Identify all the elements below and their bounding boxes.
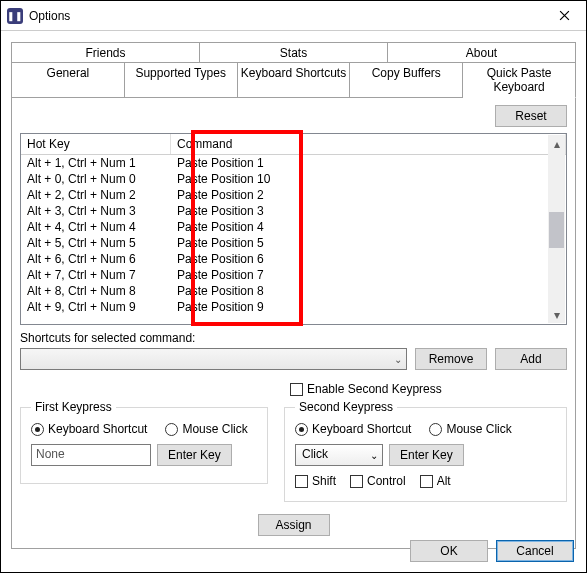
first-key-input[interactable]: None (31, 444, 151, 466)
cell-hotkey: Alt + 1, Ctrl + Num 1 (21, 155, 171, 171)
cancel-button[interactable]: Cancel (496, 540, 574, 562)
tabs-row-top: Friends Stats About (11, 42, 576, 63)
table-row[interactable]: Alt + 7, Ctrl + Num 7Paste Position 7 (21, 267, 566, 283)
second-radio-mouse[interactable]: Mouse Click (429, 422, 511, 436)
tab-copy-buffers[interactable]: Copy Buffers (350, 62, 463, 98)
assign-button[interactable]: Assign (258, 514, 330, 536)
close-button[interactable] (542, 1, 586, 30)
table-row[interactable]: Alt + 4, Ctrl + Num 4Paste Position 4 (21, 219, 566, 235)
first-enter-key-button[interactable]: Enter Key (157, 444, 232, 466)
tab-stats[interactable]: Stats (200, 42, 388, 63)
col-command[interactable]: Command (171, 134, 566, 154)
tab-supported-types[interactable]: Supported Types (125, 62, 238, 98)
remove-button[interactable]: Remove (415, 348, 487, 370)
scroll-down-icon[interactable]: ▾ (548, 306, 565, 323)
second-keypress-legend: Second Keypress (295, 400, 397, 414)
cell-hotkey: Alt + 2, Ctrl + Num 2 (21, 187, 171, 203)
tab-panel: Reset Hot Key Command Alt + 1, Ctrl + Nu… (11, 97, 576, 549)
scroll-thumb[interactable] (549, 212, 564, 248)
cell-hotkey: Alt + 3, Ctrl + Num 3 (21, 203, 171, 219)
tab-about[interactable]: About (388, 42, 576, 63)
shortcuts-combo[interactable]: ⌄ (20, 348, 407, 370)
scrollbar[interactable]: ▴ ▾ (548, 135, 565, 323)
table-row[interactable]: Alt + 5, Ctrl + Num 5Paste Position 5 (21, 235, 566, 251)
ok-button[interactable]: OK (410, 540, 488, 562)
cell-command: Paste Position 9 (171, 299, 566, 315)
reset-button[interactable]: Reset (495, 105, 567, 127)
tab-quick-paste-keyboard[interactable]: Quick Paste Keyboard (463, 62, 576, 98)
titlebar: ❚❚ Options (1, 1, 586, 31)
cell-hotkey: Alt + 6, Ctrl + Num 6 (21, 251, 171, 267)
table-row[interactable]: Alt + 2, Ctrl + Num 2Paste Position 2 (21, 187, 566, 203)
cell-command: Paste Position 7 (171, 267, 566, 283)
first-keypress-group: First Keypress Keyboard Shortcut Mouse C… (20, 400, 268, 484)
app-icon: ❚❚ (7, 8, 23, 24)
chevron-down-icon: ⌄ (370, 450, 378, 461)
first-keypress-legend: First Keypress (31, 400, 116, 414)
add-button[interactable]: Add (495, 348, 567, 370)
window-title: Options (29, 9, 542, 23)
alt-checkbox[interactable]: Alt (420, 474, 451, 488)
table-row[interactable]: Alt + 1, Ctrl + Num 1Paste Position 1 (21, 155, 566, 171)
shift-checkbox[interactable]: Shift (295, 474, 336, 488)
tab-general[interactable]: General (11, 62, 125, 98)
cell-hotkey: Alt + 7, Ctrl + Num 7 (21, 267, 171, 283)
cell-hotkey: Alt + 4, Ctrl + Num 4 (21, 219, 171, 235)
table-row[interactable]: Alt + 0, Ctrl + Num 0Paste Position 10 (21, 171, 566, 187)
table-row[interactable]: Alt + 9, Ctrl + Num 9Paste Position 9 (21, 299, 566, 315)
cell-command: Paste Position 1 (171, 155, 566, 171)
control-checkbox[interactable]: Control (350, 474, 406, 488)
cell-hotkey: Alt + 0, Ctrl + Num 0 (21, 171, 171, 187)
second-click-combo[interactable]: Click ⌄ (295, 444, 383, 466)
cell-hotkey: Alt + 9, Ctrl + Num 9 (21, 299, 171, 315)
close-icon (559, 10, 570, 21)
chevron-down-icon: ⌄ (394, 354, 402, 365)
table-row[interactable]: Alt + 6, Ctrl + Num 6Paste Position 6 (21, 251, 566, 267)
col-hotkey[interactable]: Hot Key (21, 134, 171, 154)
options-window: ❚❚ Options Friends Stats About General S… (0, 0, 587, 573)
scroll-up-icon[interactable]: ▴ (548, 135, 565, 152)
first-radio-shortcut[interactable]: Keyboard Shortcut (31, 422, 147, 436)
cell-command: Paste Position 4 (171, 219, 566, 235)
tabs-row-bottom: General Supported Types Keyboard Shortcu… (11, 62, 576, 98)
shortcuts-label: Shortcuts for selected command: (20, 331, 567, 345)
cell-command: Paste Position 6 (171, 251, 566, 267)
cell-command: Paste Position 10 (171, 171, 566, 187)
cell-hotkey: Alt + 5, Ctrl + Num 5 (21, 235, 171, 251)
cell-hotkey: Alt + 8, Ctrl + Num 8 (21, 283, 171, 299)
table-row[interactable]: Alt + 3, Ctrl + Num 3Paste Position 3 (21, 203, 566, 219)
cell-command: Paste Position 3 (171, 203, 566, 219)
second-keypress-group: Second Keypress Keyboard Shortcut Mouse … (284, 400, 567, 502)
enable-second-checkbox[interactable] (290, 383, 303, 396)
second-radio-shortcut[interactable]: Keyboard Shortcut (295, 422, 411, 436)
table-body[interactable]: Alt + 1, Ctrl + Num 1Paste Position 1Alt… (21, 155, 566, 322)
tab-friends[interactable]: Friends (11, 42, 200, 63)
tab-keyboard-shortcuts[interactable]: Keyboard Shortcuts (238, 62, 351, 98)
shortcuts-table: Hot Key Command Alt + 1, Ctrl + Num 1Pas… (20, 133, 567, 325)
cell-command: Paste Position 5 (171, 235, 566, 251)
first-radio-mouse[interactable]: Mouse Click (165, 422, 247, 436)
cell-command: Paste Position 8 (171, 283, 566, 299)
second-enter-key-button[interactable]: Enter Key (389, 444, 464, 466)
cell-command: Paste Position 2 (171, 187, 566, 203)
enable-second-label: Enable Second Keypress (307, 382, 442, 396)
table-row[interactable]: Alt + 8, Ctrl + Num 8Paste Position 8 (21, 283, 566, 299)
